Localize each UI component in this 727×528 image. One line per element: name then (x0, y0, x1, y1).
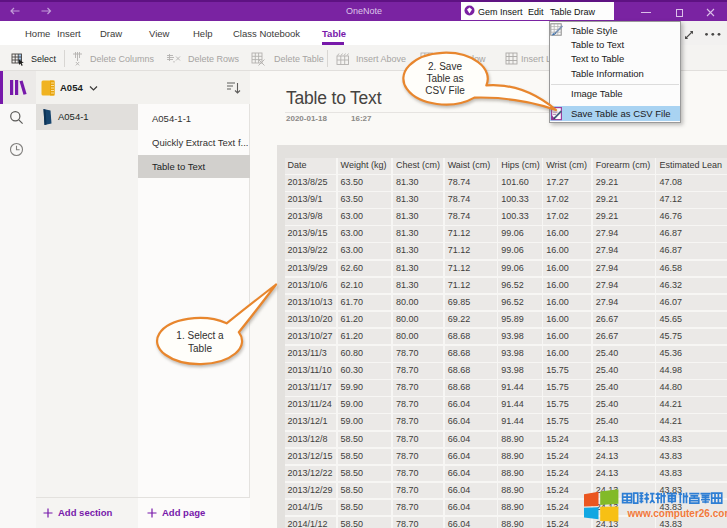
svg-text:CSV File: CSV File (425, 85, 465, 96)
svg-text:Table as: Table as (426, 73, 463, 84)
svg-text:www.computer26.com: www.computer26.com (627, 508, 727, 519)
